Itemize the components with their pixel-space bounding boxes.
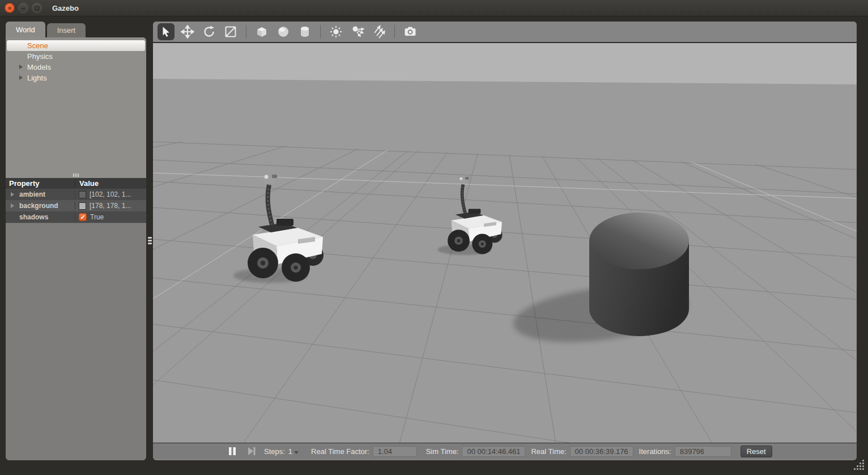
rtf-value-field: 1.04 [373,446,417,457]
toolbar-separator [246,25,246,39]
property-name: ambient [19,190,45,198]
tree-item-label: Physics [27,52,53,61]
view-toolbar [153,22,857,43]
expander-icon[interactable] [11,192,14,197]
tab-insert[interactable]: Insert [47,23,86,37]
step-button[interactable] [247,447,256,456]
tree-item-label: Lights [27,74,47,82]
titlebar: × – Gazebo [0,0,868,16]
directional-light-icon [372,25,386,39]
property-value: True [90,213,104,221]
sphere-icon [276,25,290,39]
spot-light-icon [351,25,364,39]
tab-world[interactable]: World [6,22,45,37]
spot-light-tool-button[interactable] [349,23,366,40]
scene-tree: Scene Physics Models Lights [6,37,146,172]
render-panel: Steps: 1 Real Time Factor: 1.04 Sim Time… [153,22,857,460]
sidebar: World Insert Scene Physics Models Lights [6,22,146,460]
column-value: Value [75,179,146,188]
cylinder-icon [298,25,312,39]
tree-item-label: Models [27,63,51,71]
sim-time-label: Sim Time: [426,447,459,456]
tree-item-lights[interactable]: Lights [6,73,146,83]
property-table-empty-area [6,223,146,225]
translate-tool-button[interactable] [179,23,196,40]
sim-time-value-field: 00 00:14:46.461 [462,446,525,457]
window-controls: × – [5,3,42,13]
select-arrow-icon [160,26,172,38]
iterations-value-field: 839796 [675,446,731,457]
tree-item-physics[interactable]: Physics [6,51,146,62]
tree-item-label: Scene [27,41,48,50]
camera-icon [403,25,417,39]
cylinder-tool-button[interactable] [296,23,313,40]
column-property: Property [6,179,75,188]
toolbar-separator [394,25,395,39]
property-table-header: Property Value [6,178,146,189]
property-row-ambient[interactable]: ambient [102, 102, 1... [6,189,146,200]
property-value: [102, 102, 1... [90,190,131,198]
reset-button[interactable]: Reset [741,446,772,457]
real-time-value-field: 00 00:36:39.176 [570,446,633,457]
sky [153,43,857,84]
property-name: background [19,202,58,210]
property-row-shadows[interactable]: shadows ✓ True [6,211,146,223]
close-icon[interactable]: × [5,3,15,13]
point-light-tool-button[interactable] [327,23,344,40]
window-title: Gazebo [52,4,79,12]
step-icon [247,447,256,456]
scale-tool-button[interactable] [222,23,239,40]
resize-grip[interactable] [853,460,865,472]
box-tool-button[interactable] [253,23,270,40]
iterations-label: Iterations: [639,447,671,456]
steps-value: 1 [288,447,292,456]
main-splitter-handle[interactable] [148,235,152,245]
rtf-label: Real Time Factor: [311,447,369,456]
resize-grip-icon [853,460,865,470]
translate-icon [181,25,194,39]
statusbar: Steps: 1 Real Time Factor: 1.04 Sim Time… [153,443,857,459]
color-swatch[interactable] [79,191,86,198]
box-icon [255,25,269,39]
expander-icon[interactable] [19,65,23,69]
panel-splitter-handle[interactable] [6,172,146,178]
pause-button[interactable] [228,447,237,456]
world-panel: Scene Physics Models Lights Property [6,37,146,460]
real-time-label: Real Time: [531,447,566,456]
scale-icon [224,25,237,39]
maximize-icon[interactable] [32,3,42,13]
steps-label: Steps: [264,447,285,456]
render-viewport[interactable] [153,43,857,443]
chevron-down-icon[interactable] [294,451,299,454]
expander-icon[interactable] [19,75,23,80]
rotate-tool-button[interactable] [201,23,218,40]
tree-item-models[interactable]: Models [6,62,146,73]
checkbox-checked-icon[interactable]: ✓ [79,213,87,221]
rotate-icon [202,25,216,39]
point-light-icon [329,25,343,39]
screenshot-tool-button[interactable] [402,23,419,40]
sidebar-tabs: World Insert [6,22,86,37]
gazebo-window: × – Gazebo World Insert Scene Physics Mo… [0,0,868,475]
property-table: Property Value ambient [102, 102, 1... [6,178,146,225]
select-tool-button[interactable] [158,23,175,40]
property-value: [178, 178, 1... [90,202,131,210]
property-name: shadows [19,213,48,221]
expander-icon[interactable] [11,203,14,208]
tree-item-scene[interactable]: Scene [7,40,145,51]
sphere-tool-button[interactable] [275,23,292,40]
toolbar-separator [320,25,321,39]
color-swatch[interactable] [79,202,86,210]
property-row-background[interactable]: background [178, 178, 1... [6,200,146,211]
directional-light-tool-button[interactable] [371,23,388,40]
pause-icon [228,447,237,456]
steps-spinbox[interactable]: 1 [288,447,299,456]
minimize-icon[interactable]: – [18,3,28,13]
